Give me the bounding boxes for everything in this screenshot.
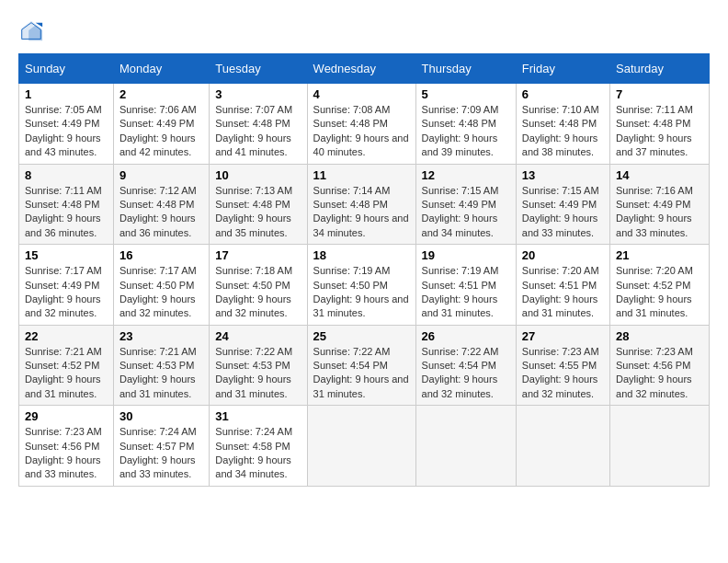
day-info: Sunrise: 7:14 AM Sunset: 4:48 PM Dayligh… (313, 184, 410, 241)
daylight-label: Daylight: 9 hours and 40 minutes. (313, 132, 409, 157)
day-number: 15 (25, 248, 108, 262)
day-number: 1 (25, 87, 108, 101)
daylight-label: Daylight: 9 hours and 31 minutes. (522, 293, 598, 318)
sunrise-label: Sunrise: 7:06 AM (119, 104, 197, 115)
sunrise-label: Sunrise: 7:16 AM (616, 185, 693, 196)
day-info: Sunrise: 7:20 AM Sunset: 4:51 PM Dayligh… (522, 264, 604, 321)
sunset-label: Sunset: 4:48 PM (313, 118, 388, 129)
sunrise-label: Sunrise: 7:20 AM (522, 265, 599, 276)
day-info: Sunrise: 7:22 AM Sunset: 4:54 PM Dayligh… (313, 345, 410, 402)
day-info: Sunrise: 7:23 AM Sunset: 4:56 PM Dayligh… (616, 345, 703, 402)
day-number: 6 (522, 87, 604, 101)
sunrise-label: Sunrise: 7:10 AM (522, 104, 599, 115)
calendar-cell: 27 Sunrise: 7:23 AM Sunset: 4:55 PM Dayl… (516, 325, 609, 406)
day-number: 3 (215, 87, 301, 101)
calendar-cell: 3 Sunrise: 7:07 AM Sunset: 4:48 PM Dayli… (210, 84, 307, 165)
sunset-label: Sunset: 4:48 PM (422, 118, 496, 129)
sunrise-label: Sunrise: 7:17 AM (119, 265, 197, 276)
day-number: 8 (25, 168, 108, 182)
day-info: Sunrise: 7:10 AM Sunset: 4:48 PM Dayligh… (522, 103, 604, 160)
column-header-thursday: Thursday (415, 54, 516, 84)
day-number: 28 (616, 329, 703, 343)
sunset-label: Sunset: 4:54 PM (422, 360, 496, 371)
sunrise-label: Sunrise: 7:07 AM (215, 104, 292, 115)
calendar-cell: 15 Sunrise: 7:17 AM Sunset: 4:49 PM Dayl… (19, 245, 114, 326)
day-info: Sunrise: 7:17 AM Sunset: 4:49 PM Dayligh… (25, 264, 108, 321)
day-number: 31 (215, 409, 301, 423)
day-info: Sunrise: 7:23 AM Sunset: 4:56 PM Dayligh… (25, 425, 108, 482)
column-header-monday: Monday (114, 54, 210, 84)
day-number: 14 (616, 168, 703, 182)
sunset-label: Sunset: 4:56 PM (25, 441, 99, 452)
sunrise-label: Sunrise: 7:21 AM (119, 346, 197, 357)
calendar-cell: 16 Sunrise: 7:17 AM Sunset: 4:50 PM Dayl… (114, 245, 210, 326)
sunrise-label: Sunrise: 7:05 AM (25, 104, 102, 115)
day-number: 17 (215, 248, 301, 262)
day-info: Sunrise: 7:12 AM Sunset: 4:48 PM Dayligh… (119, 184, 203, 241)
sunrise-label: Sunrise: 7:11 AM (25, 185, 102, 196)
day-info: Sunrise: 7:19 AM Sunset: 4:51 PM Dayligh… (422, 264, 510, 321)
calendar-cell: 9 Sunrise: 7:12 AM Sunset: 4:48 PM Dayli… (114, 164, 210, 245)
day-info: Sunrise: 7:05 AM Sunset: 4:49 PM Dayligh… (25, 103, 108, 160)
sunrise-label: Sunrise: 7:22 AM (422, 346, 499, 357)
calendar-cell: 26 Sunrise: 7:22 AM Sunset: 4:54 PM Dayl… (415, 325, 516, 406)
sunrise-label: Sunrise: 7:24 AM (215, 426, 292, 437)
daylight-label: Daylight: 9 hours and 32 minutes. (522, 373, 598, 398)
daylight-label: Daylight: 9 hours and 33 minutes. (119, 454, 196, 479)
daylight-label: Daylight: 9 hours and 36 minutes. (25, 213, 101, 237)
daylight-label: Daylight: 9 hours and 34 minutes. (215, 454, 291, 479)
sunrise-label: Sunrise: 7:23 AM (25, 426, 102, 437)
sunrise-label: Sunrise: 7:23 AM (522, 346, 599, 357)
day-number: 18 (313, 248, 410, 262)
daylight-label: Daylight: 9 hours and 31 minutes. (313, 293, 409, 318)
sunrise-label: Sunrise: 7:15 AM (422, 185, 499, 196)
calendar-cell (516, 406, 609, 487)
calendar-cell: 20 Sunrise: 7:20 AM Sunset: 4:51 PM Dayl… (516, 245, 609, 326)
day-info: Sunrise: 7:15 AM Sunset: 4:49 PM Dayligh… (522, 184, 604, 241)
calendar-cell: 4 Sunrise: 7:08 AM Sunset: 4:48 PM Dayli… (307, 84, 415, 165)
logo (18, 18, 48, 44)
calendar-cell: 11 Sunrise: 7:14 AM Sunset: 4:48 PM Dayl… (307, 164, 415, 245)
day-number: 9 (119, 168, 203, 182)
day-number: 10 (215, 168, 301, 182)
calendar-week-row: 22 Sunrise: 7:21 AM Sunset: 4:52 PM Dayl… (19, 325, 710, 406)
sunrise-label: Sunrise: 7:18 AM (215, 265, 292, 276)
daylight-label: Daylight: 9 hours and 38 minutes. (522, 132, 598, 157)
daylight-label: Daylight: 9 hours and 35 minutes. (215, 213, 291, 237)
day-info: Sunrise: 7:16 AM Sunset: 4:49 PM Dayligh… (616, 184, 703, 241)
daylight-label: Daylight: 9 hours and 32 minutes. (616, 373, 692, 398)
daylight-label: Daylight: 9 hours and 31 minutes. (616, 293, 692, 318)
day-info: Sunrise: 7:09 AM Sunset: 4:48 PM Dayligh… (422, 103, 510, 160)
sunrise-label: Sunrise: 7:15 AM (522, 185, 599, 196)
sunset-label: Sunset: 4:53 PM (215, 360, 290, 371)
day-info: Sunrise: 7:06 AM Sunset: 4:49 PM Dayligh… (119, 103, 203, 160)
calendar-cell: 6 Sunrise: 7:10 AM Sunset: 4:48 PM Dayli… (516, 84, 609, 165)
calendar-cell: 17 Sunrise: 7:18 AM Sunset: 4:50 PM Dayl… (210, 245, 307, 326)
sunset-label: Sunset: 4:48 PM (215, 118, 290, 129)
sunset-label: Sunset: 4:49 PM (422, 199, 496, 210)
sunrise-label: Sunrise: 7:11 AM (616, 104, 693, 115)
calendar-cell: 10 Sunrise: 7:13 AM Sunset: 4:48 PM Dayl… (210, 164, 307, 245)
daylight-label: Daylight: 9 hours and 32 minutes. (215, 293, 291, 318)
calendar-cell: 29 Sunrise: 7:23 AM Sunset: 4:56 PM Dayl… (19, 406, 114, 487)
calendar-cell: 24 Sunrise: 7:22 AM Sunset: 4:53 PM Dayl… (210, 325, 307, 406)
calendar-cell (415, 406, 516, 487)
day-number: 19 (422, 248, 510, 262)
daylight-label: Daylight: 9 hours and 31 minutes. (422, 293, 498, 318)
sunrise-label: Sunrise: 7:17 AM (25, 265, 102, 276)
day-info: Sunrise: 7:24 AM Sunset: 4:58 PM Dayligh… (215, 425, 301, 482)
daylight-label: Daylight: 9 hours and 42 minutes. (119, 132, 196, 157)
day-number: 24 (215, 329, 301, 343)
sunrise-label: Sunrise: 7:12 AM (119, 185, 197, 196)
calendar-cell: 7 Sunrise: 7:11 AM Sunset: 4:48 PM Dayli… (610, 84, 710, 165)
sunset-label: Sunset: 4:53 PM (119, 360, 194, 371)
sunset-label: Sunset: 4:50 PM (313, 280, 388, 291)
daylight-label: Daylight: 9 hours and 41 minutes. (215, 132, 291, 157)
daylight-label: Daylight: 9 hours and 31 minutes. (215, 373, 291, 398)
sunrise-label: Sunrise: 7:23 AM (616, 346, 693, 357)
sunset-label: Sunset: 4:50 PM (215, 280, 290, 291)
sunset-label: Sunset: 4:48 PM (616, 118, 690, 129)
sunrise-label: Sunrise: 7:22 AM (215, 346, 292, 357)
daylight-label: Daylight: 9 hours and 39 minutes. (422, 132, 498, 157)
calendar-cell: 28 Sunrise: 7:23 AM Sunset: 4:56 PM Dayl… (610, 325, 710, 406)
